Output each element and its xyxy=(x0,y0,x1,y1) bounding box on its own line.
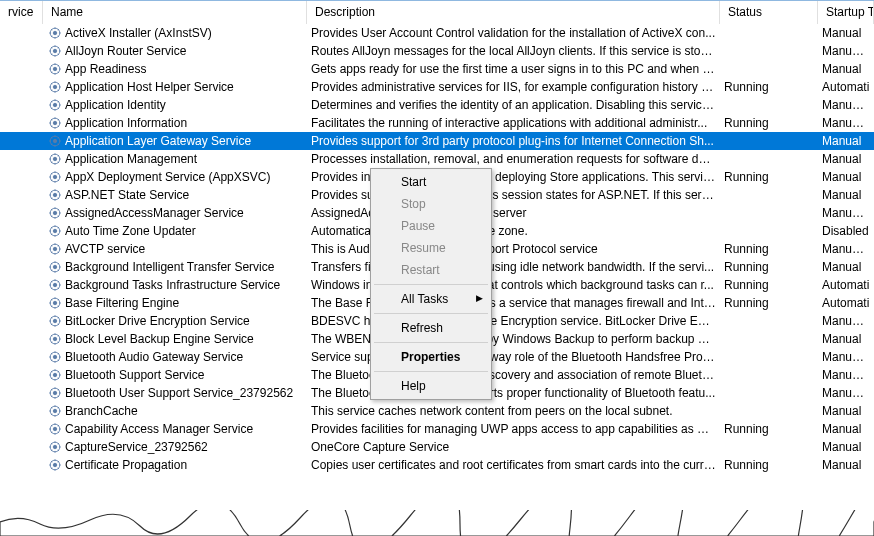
svg-point-47 xyxy=(53,445,57,449)
service-startup: Manual xyxy=(818,62,874,76)
service-description: Service supporting the audio gateway rol… xyxy=(307,350,720,364)
table-row[interactable]: Application Host Helper ServiceProvides … xyxy=(0,78,874,96)
table-row[interactable]: CaptureService_23792562OneCore Capture S… xyxy=(0,438,874,456)
svg-point-3 xyxy=(53,49,57,53)
table-row[interactable]: Capability Access Manager ServiceProvide… xyxy=(0,420,874,438)
table-header: rvice Name Description Status Startup Ty xyxy=(0,0,874,24)
service-startup: Manual (T xyxy=(818,368,874,382)
svg-point-1 xyxy=(53,31,57,35)
service-name: BranchCache xyxy=(65,404,138,418)
service-description: BDESVC hosts the BitLocker Drive Encrypt… xyxy=(307,314,720,328)
service-name: Bluetooth Audio Gateway Service xyxy=(65,350,243,364)
svg-point-37 xyxy=(53,355,57,359)
service-startup: Manual xyxy=(818,422,874,436)
service-status: Running xyxy=(720,242,818,256)
service-description: Processes installation, removal, and enu… xyxy=(307,152,720,166)
menu-pause: Pause xyxy=(373,215,489,237)
table-row[interactable]: Application ManagementProcesses installa… xyxy=(0,150,874,168)
menu-all-tasks-label: All Tasks xyxy=(401,292,448,306)
gear-icon xyxy=(47,115,63,131)
column-header-description[interactable]: Description xyxy=(307,1,720,24)
service-name: Capability Access Manager Service xyxy=(65,422,253,436)
column-header-service[interactable]: rvice xyxy=(0,1,43,24)
svg-point-15 xyxy=(53,157,57,161)
table-row[interactable]: Application IdentityDetermines and verif… xyxy=(0,96,874,114)
service-name: App Readiness xyxy=(65,62,146,76)
svg-point-23 xyxy=(53,229,57,233)
svg-point-13 xyxy=(53,139,57,143)
service-name: ASP.NET State Service xyxy=(65,188,189,202)
service-description: Copies user certificates and root certif… xyxy=(307,458,720,472)
gear-icon xyxy=(47,331,63,347)
service-startup: Manual xyxy=(818,152,874,166)
gear-icon xyxy=(47,151,63,167)
gear-icon xyxy=(47,223,63,239)
table-row[interactable]: BranchCacheThis service caches network c… xyxy=(0,402,874,420)
svg-point-21 xyxy=(53,211,57,215)
svg-point-5 xyxy=(53,67,57,71)
service-description: Provides support for 3rd party protocol … xyxy=(307,134,720,148)
svg-point-49 xyxy=(53,463,57,467)
service-startup: Automati xyxy=(818,296,874,310)
gear-icon xyxy=(47,457,63,473)
service-startup: Manual (T xyxy=(818,314,874,328)
gear-icon xyxy=(47,277,63,293)
service-name: Bluetooth User Support Service_23792562 xyxy=(65,386,293,400)
gear-icon xyxy=(47,97,63,113)
service-name: Application Identity xyxy=(65,98,166,112)
column-header-startup[interactable]: Startup Ty xyxy=(818,1,874,24)
service-name: AVCTP service xyxy=(65,242,145,256)
table-row[interactable]: App ReadinessGets apps ready for use the… xyxy=(0,60,874,78)
svg-point-39 xyxy=(53,373,57,377)
column-header-status[interactable]: Status xyxy=(720,1,818,24)
service-startup: Manual (T xyxy=(818,242,874,256)
column-header-name[interactable]: Name xyxy=(43,1,307,24)
menu-help[interactable]: Help xyxy=(373,375,489,397)
service-startup: Manual xyxy=(818,404,874,418)
service-status: Running xyxy=(720,170,818,184)
service-description: Provides infrastructure support for depl… xyxy=(307,170,720,184)
service-startup: Manual xyxy=(818,170,874,184)
svg-point-45 xyxy=(53,427,57,431)
service-name: Bluetooth Support Service xyxy=(65,368,204,382)
svg-point-33 xyxy=(53,319,57,323)
service-status: Running xyxy=(720,296,818,310)
service-name: Background Intelligent Transfer Service xyxy=(65,260,274,274)
svg-point-35 xyxy=(53,337,57,341)
service-description: Provides User Account Control validation… xyxy=(307,26,720,40)
gear-icon xyxy=(47,133,63,149)
menu-refresh[interactable]: Refresh xyxy=(373,317,489,339)
torn-edge-decoration xyxy=(0,510,874,536)
table-row[interactable]: Certificate PropagationCopies user certi… xyxy=(0,456,874,474)
service-name: AppX Deployment Service (AppXSVC) xyxy=(65,170,270,184)
gear-icon xyxy=(47,295,63,311)
svg-point-29 xyxy=(53,283,57,287)
context-menu: Start Stop Pause Resume Restart All Task… xyxy=(370,168,492,400)
gear-icon xyxy=(47,403,63,419)
service-startup: Manual xyxy=(818,260,874,274)
menu-properties[interactable]: Properties xyxy=(373,346,489,368)
service-description: Provides facilities for managing UWP app… xyxy=(307,422,720,436)
menu-all-tasks[interactable]: All Tasks ▶ xyxy=(373,288,489,310)
service-startup: Manual xyxy=(818,134,874,148)
service-name: Background Tasks Infrastructure Service xyxy=(65,278,280,292)
svg-point-25 xyxy=(53,247,57,251)
service-status: Running xyxy=(720,260,818,274)
gear-icon xyxy=(47,349,63,365)
service-status: Running xyxy=(720,422,818,436)
service-name: CaptureService_23792562 xyxy=(65,440,208,454)
service-description: Gets apps ready for use the first time a… xyxy=(307,62,720,76)
table-row[interactable]: Application InformationFacilitates the r… xyxy=(0,114,874,132)
menu-start[interactable]: Start xyxy=(373,171,489,193)
table-row[interactable]: AllJoyn Router ServiceRoutes AllJoyn mes… xyxy=(0,42,874,60)
service-startup: Manual xyxy=(818,440,874,454)
svg-point-7 xyxy=(53,85,57,89)
table-row[interactable]: ActiveX Installer (AxInstSV)Provides Use… xyxy=(0,24,874,42)
service-description: This is Audio Video Control Transport Pr… xyxy=(307,242,720,256)
gear-icon xyxy=(47,439,63,455)
table-row[interactable]: Application Layer Gateway ServiceProvide… xyxy=(0,132,874,150)
service-name: Application Information xyxy=(65,116,187,130)
svg-point-19 xyxy=(53,193,57,197)
svg-point-41 xyxy=(53,391,57,395)
gear-icon xyxy=(47,61,63,77)
